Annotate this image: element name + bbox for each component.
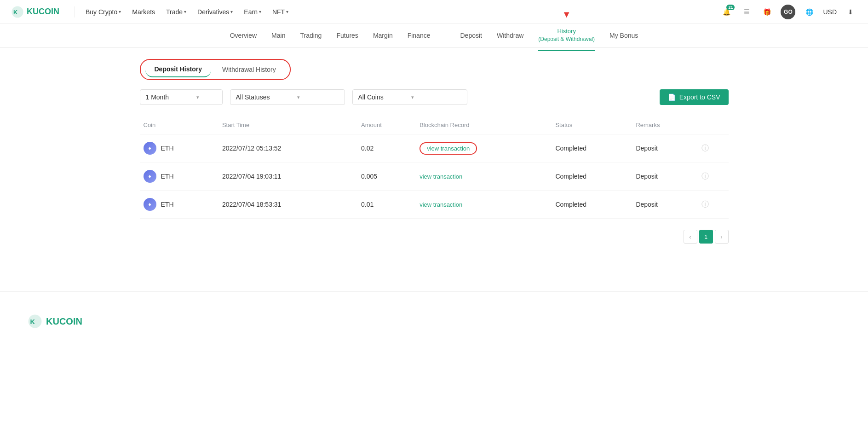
nav-markets[interactable]: Markets bbox=[132, 8, 155, 16]
cell-remarks: Deposit bbox=[632, 163, 697, 191]
nav-derivatives[interactable]: Derivatives ▾ bbox=[197, 8, 233, 16]
status-filter[interactable]: All Statuses ▾ bbox=[230, 89, 345, 105]
download-button[interactable]: ⬇ bbox=[844, 6, 857, 18]
logo[interactable]: K KUCOIN bbox=[11, 6, 59, 18]
cell-start-time: 2022/07/04 18:53:31 bbox=[218, 191, 357, 219]
cell-blockchain-record: view transaction bbox=[416, 191, 552, 219]
cell-info: ⓘ bbox=[698, 134, 729, 163]
notification-bell-button[interactable]: 🔔 21 bbox=[720, 6, 733, 18]
avatar-button[interactable]: GO bbox=[781, 5, 795, 19]
history-arrow-icon: ▼ bbox=[562, 8, 571, 20]
col-blockchain-record: Blockchain Record bbox=[416, 116, 552, 134]
cell-info: ⓘ bbox=[698, 163, 729, 191]
nav-earn[interactable]: Earn ▾ bbox=[244, 8, 261, 16]
footer-logo: K KUCOIN bbox=[28, 314, 840, 329]
svg-text:K: K bbox=[30, 318, 35, 325]
nav-buy-crypto[interactable]: Buy Crypto ▾ bbox=[86, 8, 121, 16]
nav-withdraw[interactable]: Withdraw bbox=[497, 24, 523, 47]
time-filter[interactable]: 1 Month ▾ bbox=[140, 89, 223, 105]
orders-icon: ☰ bbox=[744, 8, 750, 16]
second-nav: Overview Main Trading Futures Margin Fin… bbox=[0, 24, 868, 48]
table-row: ♦ETH2022/07/04 19:03:110.005view transac… bbox=[140, 163, 729, 191]
filters-bar: 1 Month ▾ All Statuses ▾ All Coins ▾ 📄 E… bbox=[140, 89, 729, 105]
nav-main[interactable]: Main bbox=[271, 24, 285, 47]
coin-filter-chevron-icon: ▾ bbox=[411, 94, 414, 100]
time-filter-chevron-icon: ▾ bbox=[196, 94, 199, 100]
currency-button[interactable]: USD bbox=[823, 8, 837, 16]
col-remarks: Remarks bbox=[632, 116, 697, 134]
cell-coin: ♦ETH bbox=[140, 163, 218, 191]
cell-status: Completed bbox=[552, 134, 632, 163]
earn-chevron-icon: ▾ bbox=[259, 9, 261, 14]
cell-status: Completed bbox=[552, 191, 632, 219]
history-tabs: Deposit History Withdrawal History bbox=[140, 59, 291, 80]
orders-button[interactable]: ☰ bbox=[740, 6, 753, 18]
language-button[interactable]: 🌐 bbox=[803, 6, 816, 18]
withdrawal-history-tab[interactable]: Withdrawal History bbox=[213, 62, 285, 77]
nav-my-bonus[interactable]: My Bonus bbox=[609, 24, 638, 47]
info-icon[interactable]: ⓘ bbox=[701, 172, 709, 180]
deposit-table: Coin Start Time Amount Blockchain Record… bbox=[140, 116, 729, 219]
cell-amount: 0.02 bbox=[357, 134, 416, 163]
nav-trading[interactable]: Trading bbox=[300, 24, 322, 47]
cell-remarks: Deposit bbox=[632, 134, 697, 163]
pagination: ‹ 1 › bbox=[140, 230, 729, 244]
view-transaction-link-2[interactable]: view transaction bbox=[420, 201, 462, 208]
cell-blockchain-record: view transaction bbox=[416, 134, 552, 163]
nav-history[interactable]: ▼ History(Deposit & Withdrawal) bbox=[538, 20, 595, 52]
svg-text:K: K bbox=[13, 9, 17, 15]
col-status: Status bbox=[552, 116, 632, 134]
eth-icon: ♦ bbox=[144, 170, 156, 183]
derivatives-chevron-icon: ▾ bbox=[230, 9, 233, 14]
cell-status: Completed bbox=[552, 163, 632, 191]
col-coin: Coin bbox=[140, 116, 218, 134]
cell-start-time: 2022/07/04 19:03:11 bbox=[218, 163, 357, 191]
download-icon: ⬇ bbox=[848, 8, 853, 16]
footer: K KUCOIN bbox=[0, 291, 868, 340]
nav-overview[interactable]: Overview bbox=[230, 24, 257, 47]
info-icon[interactable]: ⓘ bbox=[701, 144, 709, 152]
globe-icon: 🌐 bbox=[805, 8, 813, 16]
cell-remarks: Deposit bbox=[632, 191, 697, 219]
view-transaction-link-0[interactable]: view transaction bbox=[420, 142, 477, 155]
view-transaction-link-1[interactable]: view transaction bbox=[420, 173, 462, 180]
cell-coin: ♦ETH bbox=[140, 134, 218, 163]
export-csv-button[interactable]: 📄 Export to CSV bbox=[660, 89, 729, 105]
cell-amount: 0.005 bbox=[357, 163, 416, 191]
export-icon: 📄 bbox=[668, 93, 676, 101]
nav-finance[interactable]: Finance bbox=[408, 24, 431, 47]
cell-amount: 0.01 bbox=[357, 191, 416, 219]
buy-crypto-chevron-icon: ▾ bbox=[119, 9, 121, 14]
nav-futures[interactable]: Futures bbox=[336, 24, 358, 47]
page-1-button[interactable]: 1 bbox=[699, 230, 713, 244]
nft-chevron-icon: ▾ bbox=[286, 9, 288, 14]
nav-trade[interactable]: Trade ▾ bbox=[166, 8, 186, 16]
status-filter-chevron-icon: ▾ bbox=[297, 94, 300, 100]
table-row: ♦ETH2022/07/12 05:13:520.02view transact… bbox=[140, 134, 729, 163]
nav-nft[interactable]: NFT ▾ bbox=[272, 8, 288, 16]
cell-info: ⓘ bbox=[698, 191, 729, 219]
nav-divider bbox=[74, 6, 75, 17]
prev-page-button[interactable]: ‹ bbox=[684, 230, 697, 244]
trade-chevron-icon: ▾ bbox=[184, 9, 186, 14]
nav-icons: 🔔 21 ☰ 🎁 GO 🌐 USD ⬇ bbox=[720, 5, 857, 19]
cell-start-time: 2022/07/12 05:13:52 bbox=[218, 134, 357, 163]
eth-icon: ♦ bbox=[144, 142, 156, 155]
table-row: ♦ETH2022/07/04 18:53:310.01view transact… bbox=[140, 191, 729, 219]
deposit-history-tab[interactable]: Deposit History bbox=[145, 62, 211, 77]
coin-filter[interactable]: All Coins ▾ bbox=[352, 89, 467, 105]
col-actions bbox=[698, 116, 729, 134]
next-page-button[interactable]: › bbox=[715, 230, 729, 244]
cell-blockchain-record: view transaction bbox=[416, 163, 552, 191]
cell-coin: ♦ETH bbox=[140, 191, 218, 219]
col-start-time: Start Time bbox=[218, 116, 357, 134]
main-content: Deposit History Withdrawal History 1 Mon… bbox=[112, 48, 756, 255]
nav-deposit[interactable]: Deposit bbox=[460, 24, 482, 47]
eth-icon: ♦ bbox=[144, 198, 156, 211]
col-amount: Amount bbox=[357, 116, 416, 134]
info-icon[interactable]: ⓘ bbox=[701, 200, 709, 208]
gift-icon: 🎁 bbox=[763, 8, 771, 16]
nav-margin[interactable]: Margin bbox=[373, 24, 393, 47]
gift-button[interactable]: 🎁 bbox=[760, 6, 773, 18]
top-nav: K KUCOIN Buy Crypto ▾ Markets Trade ▾ De… bbox=[0, 0, 868, 24]
